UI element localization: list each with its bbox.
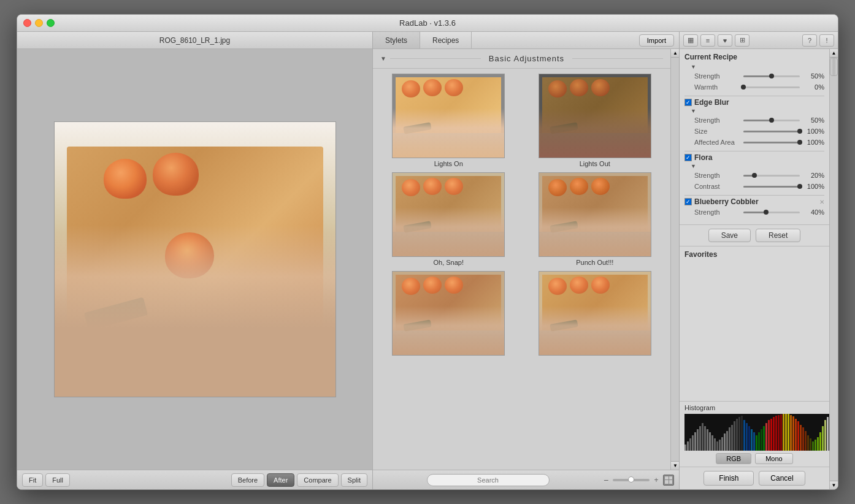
thumb-hand-s1 xyxy=(393,306,504,355)
adj-slider-basic-warmth[interactable] xyxy=(743,82,800,92)
svg-rect-40 xyxy=(783,414,784,451)
rgb-mode-button[interactable]: RGB xyxy=(716,453,751,464)
stylet-label-punch-out: Punch Out!!! xyxy=(576,259,613,266)
stylet-item-search-1[interactable] xyxy=(378,271,520,357)
adj-value-blueberry-strength: 40% xyxy=(800,208,824,216)
right-panel-inner: Current Recipe ▼ Strength xyxy=(680,49,838,489)
adj-label-edge-size: Size xyxy=(694,128,743,135)
svg-rect-3 xyxy=(692,435,694,451)
save-button[interactable]: Save xyxy=(708,229,751,242)
thumb-peach-2-dark xyxy=(570,79,588,96)
map-icon-button[interactable]: ⊞ xyxy=(735,34,750,47)
fit-button[interactable]: Fit xyxy=(22,473,43,487)
svg-rect-34 xyxy=(768,420,770,451)
svg-rect-5 xyxy=(697,429,699,451)
adj-checkbox-flora[interactable]: ✓ xyxy=(684,154,692,161)
list-icon-button[interactable]: ≡ xyxy=(700,34,715,47)
adj-row-blueberry-strength: Strength 40% xyxy=(684,207,824,217)
svg-rect-21 xyxy=(736,419,738,451)
map-icon: ⊞ xyxy=(740,36,745,44)
current-recipe-section: Current Recipe ▼ Strength xyxy=(680,49,829,225)
zoom-slider[interactable] xyxy=(613,479,650,481)
svg-rect-22 xyxy=(738,417,740,451)
stylet-thumb-oh-snap xyxy=(392,172,505,257)
stylet-item-search-2[interactable] xyxy=(524,271,666,357)
grid-view-button[interactable] xyxy=(663,475,674,486)
before-button[interactable]: Before xyxy=(231,473,264,487)
compare-button[interactable]: Compare xyxy=(297,473,338,487)
svg-rect-10 xyxy=(709,432,711,451)
list-icon: ≡ xyxy=(706,37,710,44)
svg-rect-41 xyxy=(785,414,787,451)
zoom-minus-icon: − xyxy=(602,476,610,484)
svg-rect-23 xyxy=(741,416,743,451)
grid-icon-button[interactable]: ▦ xyxy=(683,34,698,47)
adj-fill-edge-str xyxy=(743,120,772,121)
finish-button[interactable]: Finish xyxy=(704,471,754,486)
close-button[interactable] xyxy=(23,19,31,27)
thumb-peach-1-dark xyxy=(548,80,567,97)
thumb-hand-dark xyxy=(539,109,651,158)
adj-header-basic: ▼ xyxy=(684,64,824,70)
adj-row-flora-strength: Strength 20% xyxy=(684,170,824,180)
adj-track-warmth xyxy=(743,86,800,88)
tab-recipes[interactable]: Recipes xyxy=(420,32,472,48)
maximize-button[interactable] xyxy=(47,19,55,27)
adj-header-blueberry: ✓ Blueberry Cobbler ✕ xyxy=(684,197,824,206)
adj-label-warmth: Warmth xyxy=(694,83,743,91)
adj-thumb-flora-str xyxy=(752,173,757,178)
stylet-label-lights-out: Lights Out xyxy=(580,160,610,167)
svg-rect-58 xyxy=(827,417,829,451)
main-image xyxy=(54,121,336,397)
adj-checkbox-blueberry[interactable]: ✓ xyxy=(684,198,692,205)
adj-row-basic-warmth: Warmth 0% xyxy=(684,82,824,92)
svg-rect-27 xyxy=(751,429,753,451)
adj-slider-blueberry-strength[interactable] xyxy=(743,207,800,217)
help-icon-button[interactable]: ? xyxy=(802,34,817,47)
adj-row-affected-area: Affected Area 100% xyxy=(684,137,824,147)
full-button[interactable]: Full xyxy=(45,473,70,487)
center-scroll-up[interactable]: ▲ xyxy=(671,49,679,58)
adj-row-edge-size: Size 100% xyxy=(684,126,824,136)
import-button[interactable]: Import xyxy=(639,34,674,47)
minimize-button[interactable] xyxy=(35,19,43,27)
exclaim-icon: ! xyxy=(826,37,827,44)
center-scrollbar: ▲ ▼ xyxy=(670,49,679,470)
adj-slider-basic-strength[interactable] xyxy=(743,71,800,81)
adj-value-edge-strength: 50% xyxy=(800,116,824,124)
adj-delete-blueberry[interactable]: ✕ xyxy=(819,199,824,205)
info-icon-button[interactable]: ! xyxy=(819,34,834,47)
split-button[interactable]: Split xyxy=(341,473,367,487)
adj-checkbox-edge-blur[interactable]: ✓ xyxy=(684,99,692,106)
mono-mode-button[interactable]: Mono xyxy=(755,453,793,464)
adj-slider-flora-strength[interactable] xyxy=(743,170,800,180)
adj-value-basic-warmth: 0% xyxy=(800,83,824,91)
svg-rect-31 xyxy=(761,429,762,451)
cancel-button[interactable]: Cancel xyxy=(759,471,805,486)
adj-name-blueberry: Blueberry Cobbler xyxy=(694,197,759,206)
adj-fill xyxy=(743,75,772,77)
basic-adjustments-header: ▼ Basic Adjustments xyxy=(373,49,670,69)
adj-label-edge-strength: Strength xyxy=(694,116,743,124)
adj-slider-edge-size[interactable] xyxy=(743,126,800,136)
right-scroll-down[interactable]: ▼ xyxy=(830,481,838,489)
stylet-item-oh-snap[interactable]: Oh, Snap! xyxy=(378,172,520,266)
heart-icon-button[interactable]: ♥ xyxy=(718,34,732,47)
reset-button[interactable]: Reset xyxy=(756,229,800,242)
stylet-item-lights-on[interactable]: Lights On xyxy=(378,74,520,167)
center-scroll-down[interactable]: ▼ xyxy=(671,461,679,470)
adj-slider-affected-area[interactable] xyxy=(743,137,800,147)
tab-stylets[interactable]: Stylets xyxy=(373,32,420,48)
right-scroll-up[interactable]: ▲ xyxy=(830,49,838,58)
svg-rect-9 xyxy=(707,429,708,451)
adj-slider-edge-strength[interactable] xyxy=(743,115,800,125)
adj-track-affected xyxy=(743,142,800,143)
svg-rect-38 xyxy=(778,415,780,451)
search-input[interactable] xyxy=(427,474,550,486)
adj-sub-edge-blur: ▼ xyxy=(684,108,824,114)
stylet-item-lights-out[interactable]: Lights Out xyxy=(524,74,666,167)
stylet-item-punch-out[interactable]: Punch Out!!! xyxy=(524,172,666,266)
after-button[interactable]: After xyxy=(267,473,294,487)
favorites-title: Favorites xyxy=(684,250,824,259)
adj-slider-flora-contrast[interactable] xyxy=(743,181,800,191)
